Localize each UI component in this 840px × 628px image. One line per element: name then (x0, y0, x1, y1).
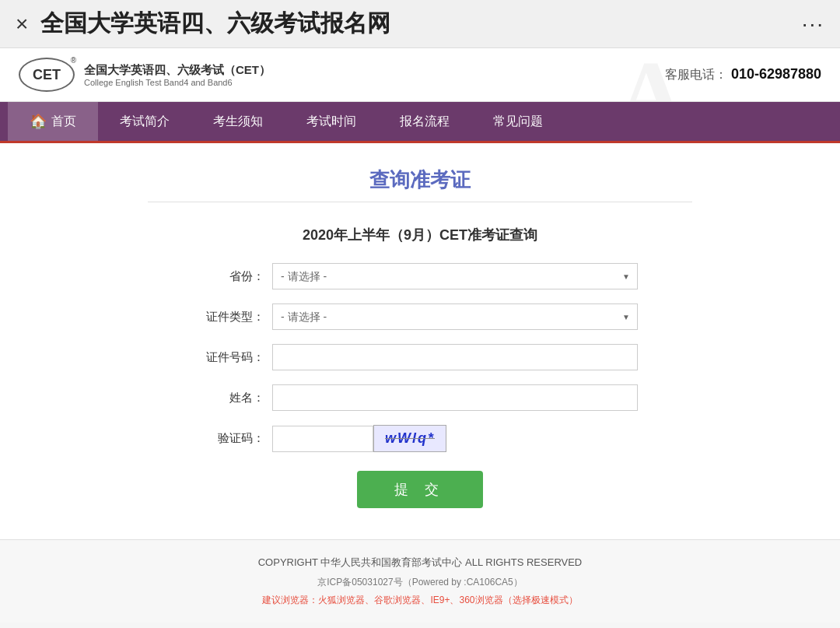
captcha-image[interactable]: wWlq* (373, 425, 446, 452)
cert-no-row: 证件号码： (202, 344, 638, 370)
page-title: 查询准考证 (31, 167, 809, 194)
cert-type-select-wrapper: - 请选择 - (272, 303, 638, 330)
home-icon: 🏠 (30, 113, 47, 130)
nav-label-process: 报名流程 (400, 114, 450, 130)
more-options-button[interactable]: ··· (802, 12, 824, 37)
site-footer: COPYRIGHT 中华人民共和国教育部考试中心 ALL RIGHTS RESE… (0, 539, 840, 623)
nav-label-faq: 常见问题 (493, 114, 543, 130)
province-select-wrapper: - 请选择 - (272, 263, 638, 289)
logo-title: 全国大学英语四、六级考试（CET） (84, 63, 271, 78)
browser-title: 全国大学英语四、六级考试报名网 (40, 8, 789, 40)
captcha-label: 验证码： (202, 431, 272, 446)
province-row: 省份： - 请选择 - (202, 263, 638, 289)
form-section: 2020年上半年（9月）CET准考证查询 省份： - 请选择 - 证件类型： -… (202, 226, 638, 508)
nav-label-time: 考试时间 (306, 114, 356, 130)
close-button[interactable]: × (16, 12, 28, 37)
nav-item-time[interactable]: 考试时间 (285, 103, 378, 141)
nav-bar: 🏠 首页 考试简介 考生须知 考试时间 报名流程 常见问题 (0, 102, 840, 141)
name-input[interactable] (272, 384, 638, 411)
nav-item-intro[interactable]: 考试简介 (98, 103, 191, 141)
footer-copyright: COPYRIGHT 中华人民共和国教育部考试中心 ALL RIGHTS RESE… (31, 556, 809, 570)
province-select[interactable]: - 请选择 - (272, 263, 638, 289)
nav-label-intro: 考试简介 (120, 114, 170, 130)
phone-label: 客服电话： (665, 68, 727, 81)
main-content: 查询准考证 2020年上半年（9月）CET准考证查询 省份： - 请选择 - 证… (0, 143, 840, 539)
submit-button[interactable]: 提 交 (357, 471, 482, 508)
cert-type-select[interactable]: - 请选择 - (272, 303, 638, 330)
name-row: 姓名： (202, 384, 638, 411)
cert-no-input[interactable] (272, 344, 638, 370)
nav-item-home[interactable]: 🏠 首页 (8, 102, 98, 141)
name-label: 姓名： (202, 391, 272, 405)
logo-text: 全国大学英语四、六级考试（CET） College English Test B… (84, 63, 271, 87)
cert-no-label: 证件号码： (202, 350, 272, 365)
nav-label-home: 首页 (51, 114, 76, 130)
footer-browser-tip: 建议浏览器：火狐浏览器、谷歌浏览器、IE9+、360浏览器（选择极速模式） (31, 594, 809, 607)
cert-type-label: 证件类型： (202, 310, 272, 325)
captcha-wrapper: wWlq* (272, 425, 638, 452)
logo-area: CET 全国大学英语四、六级考试（CET） College English Te… (19, 58, 271, 92)
submit-row: 提 交 (202, 471, 638, 508)
nav-label-notice: 考生须知 (213, 114, 263, 130)
nav-item-process[interactable]: 报名流程 (378, 103, 471, 141)
site-header: CET 全国大学英语四、六级考试（CET） College English Te… (0, 48, 840, 102)
logo-subtitle: College English Test Band4 and Band6 (84, 78, 271, 87)
form-subtitle: 2020年上半年（9月）CET准考证查询 (202, 226, 638, 244)
nav-item-notice[interactable]: 考生须知 (191, 103, 285, 141)
browser-bar: × 全国大学英语四、六级考试报名网 ··· (0, 0, 840, 48)
captcha-row: 验证码： wWlq* (202, 425, 638, 452)
nav-item-faq[interactable]: 常见问题 (471, 103, 565, 141)
title-divider (148, 202, 692, 202)
phone-area: 客服电话： 010-62987880 (665, 66, 821, 83)
footer-icp: 京ICP备05031027号（Powered by :CA106CA5） (31, 576, 809, 589)
province-label: 省份： (202, 269, 272, 284)
phone-number: 010-62987880 (731, 66, 821, 82)
cet-logo: CET (19, 58, 75, 92)
cert-type-row: 证件类型： - 请选择 - (202, 303, 638, 330)
captcha-input[interactable] (272, 426, 373, 452)
